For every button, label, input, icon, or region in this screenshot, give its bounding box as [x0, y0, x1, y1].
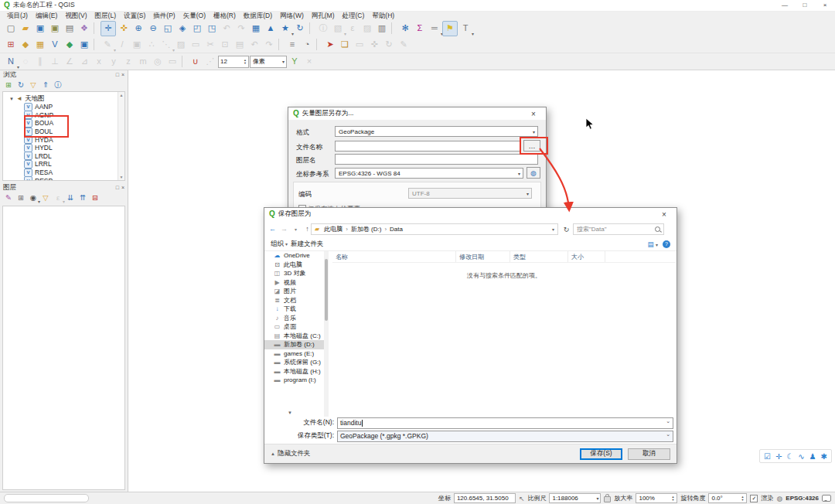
- breadcrumb-segment[interactable]: 此电脑: [322, 225, 344, 233]
- copy-features-icon[interactable]: ⊡: [218, 38, 232, 52]
- tree-item-layer[interactable]: V AGNP: [3, 111, 124, 120]
- new-geopackage-layer-icon[interactable]: ◆: [63, 38, 77, 52]
- tree-item-layer[interactable]: V BOUL: [3, 128, 124, 136]
- move-label-icon[interactable]: ✜: [367, 38, 381, 52]
- close-button[interactable]: ×: [815, 0, 835, 11]
- tree-item-layer[interactable]: V LRRL: [3, 160, 124, 169]
- tree-item-layer[interactable]: V RESA: [3, 169, 124, 177]
- lock-scale-icon[interactable]: [604, 496, 611, 502]
- snap-unit-select[interactable]: 像素: [250, 56, 287, 68]
- zoom-last-icon[interactable]: ↶: [220, 22, 233, 36]
- layer-diagram-icon[interactable]: ◔: [300, 38, 314, 52]
- sidebar-scroll-more-icon[interactable]: ▼: [288, 410, 292, 415]
- remove-layer-icon[interactable]: ⊟: [90, 192, 101, 203]
- refresh-icon[interactable]: ↻: [561, 223, 571, 235]
- snap-tolerance-spinbox[interactable]: 12 ▲▼: [218, 56, 249, 68]
- sidebar-place-item[interactable]: ◫ 3D 对象: [264, 269, 324, 278]
- cancel-button[interactable]: 取消: [628, 448, 670, 460]
- data-source-manager-icon[interactable]: ⊞: [4, 38, 18, 52]
- distance-constraint-icon[interactable]: ⊿: [77, 55, 91, 69]
- help-icon[interactable]: ?: [663, 240, 670, 248]
- highlight-labels-icon[interactable]: ❏: [338, 38, 352, 52]
- bookmarks-icon[interactable]: ★: [278, 22, 292, 36]
- new-folder-button[interactable]: 新建文件夹: [291, 240, 324, 249]
- zoom-full-icon[interactable]: ◱: [161, 22, 175, 36]
- vertex-tool-icon[interactable]: ⋱: [159, 38, 173, 52]
- menu-item[interactable]: 编辑(E): [32, 12, 61, 21]
- tree-item-layer[interactable]: V HYDL: [3, 144, 124, 152]
- menu-item[interactable]: 插件(P): [149, 12, 179, 21]
- parallel-tool-icon[interactable]: ∥: [33, 55, 47, 69]
- statistics-panel-icon[interactable]: Σ: [413, 22, 427, 36]
- menu-item[interactable]: 栅格(R): [210, 12, 240, 21]
- sidebar-place-item[interactable]: ▬ program (I:): [264, 376, 324, 385]
- confirm-edit-icon[interactable]: ☑: [764, 452, 771, 461]
- settings-icon[interactable]: ✱: [821, 452, 827, 461]
- locator-search-input[interactable]: [4, 494, 89, 502]
- zoom-next-icon[interactable]: ↷: [234, 22, 248, 36]
- menu-item[interactable]: 设置(S): [120, 12, 149, 21]
- change-label-icon[interactable]: ✎: [397, 38, 411, 52]
- paste-features-icon[interactable]: ▤: [233, 38, 247, 52]
- properties-widget-icon[interactable]: ⓘ: [53, 80, 63, 90]
- sidebar-place-item[interactable]: ⊡ 此电脑: [264, 261, 324, 270]
- filter-legend-icon[interactable]: ▽: [40, 192, 51, 203]
- layers-list-empty[interactable]: [2, 206, 125, 490]
- cad-tools-icon[interactable]: N: [4, 55, 18, 69]
- breadcrumb-segment[interactable]: Data: [383, 226, 404, 233]
- menu-item[interactable]: 处理(C): [339, 12, 369, 21]
- sidebar-place-item[interactable]: ◪ 图片: [264, 287, 324, 296]
- magnifier-spinbox[interactable]: 100%▲▼: [636, 493, 677, 503]
- sidebar-place-item[interactable]: ▭ 桌面: [264, 322, 324, 332]
- menu-item[interactable]: 项目(J): [3, 12, 32, 21]
- tree-root-tianditu[interactable]: ▼ ◄ 天地图: [3, 94, 124, 103]
- menu-item[interactable]: 帮助(H): [368, 12, 398, 21]
- select-features-icon[interactable]: ▧: [331, 22, 345, 36]
- sidebar-place-item[interactable]: ▬ 本地磁盘 (H:): [264, 367, 324, 376]
- layout-manager-icon[interactable]: ▤: [63, 22, 77, 36]
- tree-scrollbar[interactable]: ▲▼: [118, 92, 124, 180]
- curve-icon[interactable]: ∿: [798, 452, 804, 461]
- snap-common-angles-icon[interactable]: ◎: [151, 55, 165, 69]
- expand-all-icon[interactable]: ⇊: [65, 192, 76, 203]
- topological-editing-icon[interactable]: Y: [288, 55, 302, 69]
- angle-constraint-icon[interactable]: ∠: [63, 55, 77, 69]
- forward-icon[interactable]: →: [279, 225, 289, 233]
- tree-item-layer[interactable]: V HYDA: [3, 135, 124, 144]
- new-map-view-icon[interactable]: ▦: [249, 22, 263, 36]
- x-constraint-icon[interactable]: x: [92, 55, 106, 69]
- save-project-icon[interactable]: ▣: [33, 22, 47, 36]
- hide-folders-button[interactable]: ▲ 隐藏文件夹: [271, 449, 310, 458]
- text-annotation-icon[interactable]: T: [458, 22, 472, 36]
- manage-themes-icon[interactable]: ◉: [28, 192, 39, 203]
- recent-locations-icon[interactable]: ▾: [291, 226, 301, 232]
- pan-to-selection-icon[interactable]: ✜: [117, 22, 131, 36]
- crs-globe-icon[interactable]: ◍: [776, 495, 782, 502]
- view-mode-button[interactable]: ▤ ▾: [648, 240, 658, 248]
- tracing-offset-icon[interactable]: ⋰: [203, 55, 217, 69]
- column-type[interactable]: 类型: [510, 251, 568, 262]
- measure-icon[interactable]: ═: [428, 22, 441, 36]
- user-icon[interactable]: ♟: [809, 452, 816, 461]
- tree-item-layer[interactable]: V BOUA: [3, 119, 124, 128]
- show-hide-labels-icon[interactable]: ▭: [353, 38, 366, 52]
- minimize-button[interactable]: —: [775, 0, 795, 11]
- menu-item[interactable]: 图层(L): [91, 12, 120, 21]
- layer-labeling-icon[interactable]: ≡: [285, 38, 299, 52]
- select-by-expression-icon[interactable]: ε: [346, 22, 360, 36]
- dialog-close-icon[interactable]: ×: [526, 110, 541, 118]
- style-manager-icon[interactable]: ❖: [77, 22, 91, 36]
- maximize-button[interactable]: □: [795, 0, 815, 11]
- crs-status[interactable]: EPSG:4326: [786, 495, 819, 502]
- coordinate-input[interactable]: 120.6545, 31.5050: [454, 493, 516, 503]
- filter-by-expression-icon[interactable]: ε: [53, 192, 63, 203]
- breadcrumb-dropdown-icon[interactable]: ▾: [552, 226, 554, 232]
- redo-icon[interactable]: ↷: [262, 38, 276, 52]
- layer-styling-icon[interactable]: ✎: [3, 192, 14, 203]
- cad-floater-icon[interactable]: ▭: [165, 55, 179, 69]
- zoom-native-icon[interactable]: ◈: [176, 22, 189, 36]
- zoom-to-selection-icon[interactable]: ◳: [205, 22, 219, 36]
- encoding-select[interactable]: UTF-8: [408, 188, 532, 199]
- add-feature-icon[interactable]: ∴: [145, 38, 158, 52]
- sidebar-scrollbar[interactable]: [324, 251, 329, 417]
